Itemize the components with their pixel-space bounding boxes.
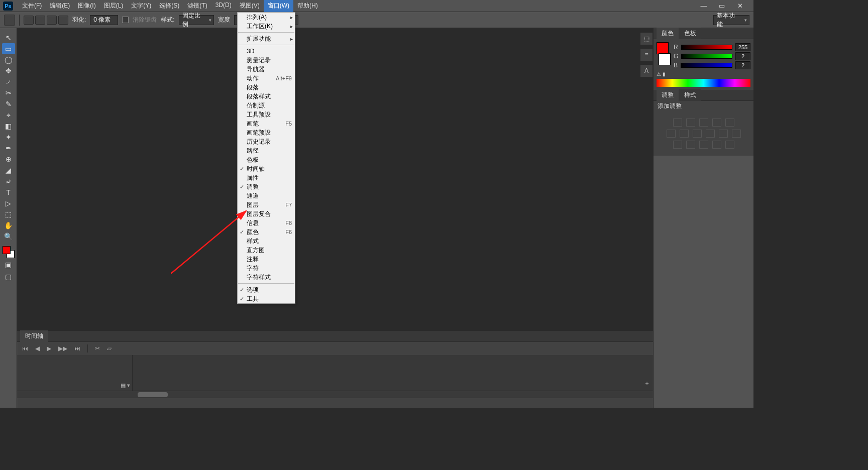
tool-9[interactable]: ✦ [2,132,15,143]
adj-curves-icon[interactable] [699,119,708,127]
adj-colorlookup-icon[interactable] [732,130,741,138]
g-value[interactable]: 2 [735,52,750,60]
adj-selectivecolor-icon[interactable] [725,141,734,149]
menu-item-注释[interactable]: 注释 [238,255,295,264]
workspace-dropdown[interactable]: 基本功能 [713,15,749,25]
menu-item-图层[interactable]: 图层F7 [238,200,295,209]
menu-item-2[interactable]: 图像(I) [74,0,99,12]
tool-10[interactable]: ✒ [2,143,15,154]
tool-12[interactable]: ◢ [2,165,15,176]
tool-3[interactable]: ✥ [2,65,15,76]
adj-photofilter-icon[interactable] [706,130,715,138]
horizontal-scrollbar[interactable] [17,391,653,398]
selection-mode-new[interactable] [24,16,34,25]
menu-item-时间轴[interactable]: 时间轴 [238,164,295,173]
menu-item-字符样式[interactable]: 字符样式 [238,273,295,282]
adj-vibrance-icon[interactable] [725,119,734,127]
adj-levels-icon[interactable] [686,119,695,127]
quickmask-icon[interactable]: ▣ [2,259,15,270]
fg-color-swatch[interactable] [3,246,11,254]
screenmode-icon[interactable]: ▢ [2,271,15,282]
menu-item-扩展功能[interactable]: 扩展功能 [238,34,295,43]
tab-adjustments[interactable]: 调整 [657,89,679,101]
menu-item-9[interactable]: 窗口(W) [264,0,293,12]
maximize-button[interactable]: ▭ [716,2,727,10]
tl-next-icon[interactable]: ▶▶ [58,345,67,352]
menu-item-画笔[interactable]: 画笔F5 [238,119,295,128]
tool-11[interactable]: ⊕ [2,154,15,165]
menu-item-测量记录[interactable]: 测量记录 [238,56,295,65]
minimize-button[interactable]: — [698,2,709,10]
adj-invert-icon[interactable] [673,141,682,149]
menu-item-色板[interactable]: 色板 [238,155,295,164]
menu-item-10[interactable]: 帮助(H) [293,0,322,12]
adj-gradientmap-icon[interactable] [712,141,721,149]
tl-play-icon[interactable]: ▶ [47,345,51,352]
tl-cut-icon[interactable]: ✂ [95,345,100,352]
menu-item-7[interactable]: 3D(D) [211,0,236,12]
canvas-viewport[interactable]: ⬚ ≡ A [17,28,653,330]
tab-swatches[interactable]: 色板 [679,28,701,39]
tool-5[interactable]: ✂ [2,87,15,98]
adj-bw-icon[interactable] [693,130,702,138]
style-dropdown[interactable]: 固定比例 [179,15,214,25]
menu-item-图层复合[interactable]: 图层复合 [238,209,295,218]
tool-16[interactable]: ⬚ [2,209,15,220]
menu-item-3[interactable]: 图层(L) [100,0,128,12]
menu-item-画笔预设[interactable]: 画笔预设 [238,128,295,137]
menu-item-4[interactable]: 文字(Y) [127,0,155,12]
menu-item-排列(A)[interactable]: 排列(A) [238,13,295,22]
menu-item-仿制源[interactable]: 仿制源 [238,101,295,110]
tl-first-icon[interactable]: ⏮ [22,345,28,352]
selection-mode-subtract[interactable] [47,16,57,25]
b-slider[interactable] [681,63,732,68]
selection-mode-intersect[interactable] [58,16,68,25]
menu-item-段落样式[interactable]: 段落样式 [238,92,295,101]
tool-15[interactable]: ▷ [2,198,15,209]
r-value[interactable]: 255 [735,43,750,51]
menu-item-8[interactable]: 视图(V) [236,0,264,12]
collapsed-panel-icon[interactable]: A [640,64,653,77]
tl-menu-icon[interactable]: ▦ ▾ [121,382,130,389]
adj-brightness-icon[interactable] [673,119,682,127]
close-button[interactable]: ✕ [734,2,745,10]
menu-item-信息[interactable]: 信息F8 [238,218,295,227]
r-slider[interactable] [681,45,732,50]
tool-17[interactable]: ✋ [2,220,15,231]
timeline-add-icon[interactable]: ＋ [644,379,650,388]
menu-item-工具预设[interactable]: 工具预设 [238,110,295,119]
tool-14[interactable]: T [2,187,15,198]
menu-item-3D[interactable]: 3D [238,47,295,56]
menu-item-颜色[interactable]: 颜色F6 [238,227,295,237]
menu-item-选项[interactable]: 选项 [238,285,295,294]
menu-item-工作区(K)[interactable]: 工作区(K) [238,22,295,31]
color-bg-swatch[interactable] [659,53,671,65]
tool-18[interactable]: 🔍 [2,231,15,242]
menu-item-路径[interactable]: 路径 [238,146,295,155]
menu-item-通道[interactable]: 通道 [238,191,295,200]
menu-item-直方图[interactable]: 直方图 [238,246,295,255]
spectrum-bar[interactable] [657,79,750,87]
tl-last-icon[interactable]: ⏭ [74,345,80,352]
tool-6[interactable]: ✎ [2,98,15,109]
menu-item-0[interactable]: 文件(F) [18,0,46,12]
menu-item-样式[interactable]: 样式 [238,237,295,246]
tool-1[interactable]: ▭ [2,43,15,54]
tab-color[interactable]: 颜色 [657,28,679,39]
timeline-track-area[interactable]: ＋ [133,355,653,391]
tool-0[interactable]: ↖ [2,32,15,43]
tl-prev-icon[interactable]: ◀ [35,345,40,352]
tool-7[interactable]: ⌖ [2,109,15,121]
menu-item-工具[interactable]: 工具 [238,294,295,303]
tool-4[interactable]: ⟋ [2,76,15,87]
adj-hue-icon[interactable] [667,130,676,138]
color-fg-swatch[interactable] [657,42,669,54]
menu-item-1[interactable]: 编辑(E) [46,0,74,12]
feather-input[interactable]: 0 像素 [90,15,118,25]
adj-threshold-icon[interactable] [699,141,708,149]
collapsed-panel-icon[interactable]: ≡ [640,48,653,61]
g-slider[interactable] [681,54,732,59]
collapsed-panel-icon[interactable]: ⬚ [640,32,653,45]
adj-posterize-icon[interactable] [686,141,695,149]
menu-item-5[interactable]: 选择(S) [155,0,183,12]
